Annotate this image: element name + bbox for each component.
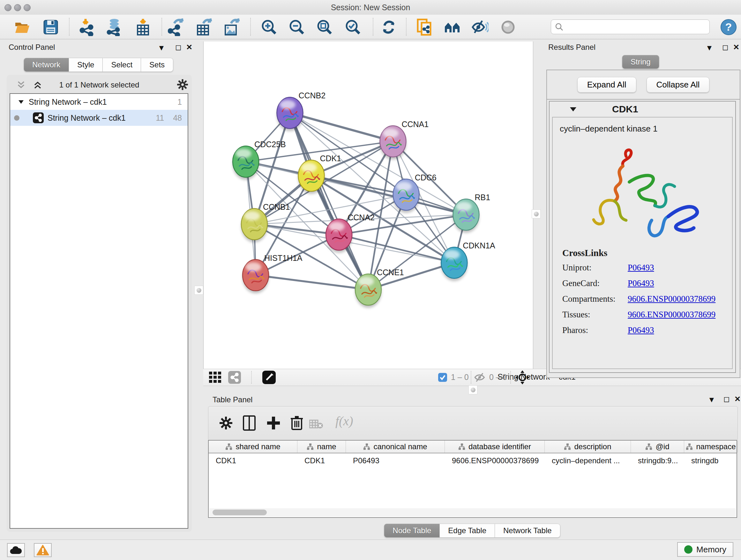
apply-layout-refresh-icon[interactable] — [380, 18, 397, 36]
edge-CCNB2-CCNE1[interactable] — [290, 113, 368, 290]
horizontal-scrollbar[interactable] — [209, 508, 736, 516]
delete-column-icon[interactable] — [291, 415, 303, 431]
panel-close-icon[interactable]: ✕ — [734, 395, 741, 403]
gene-section-header[interactable]: CDK1 — [549, 102, 735, 117]
node-HIST1H1A[interactable]: HIST1H1A — [243, 253, 302, 294]
add-column-icon[interactable] — [266, 416, 280, 430]
open-session-icon[interactable] — [14, 18, 31, 36]
edge-HIST1H1A-CCNE1[interactable] — [256, 275, 368, 290]
node-CCNB1[interactable]: CCNB1 — [241, 202, 290, 242]
tab-select[interactable]: Select — [103, 58, 141, 72]
select-columns-icon[interactable] — [243, 415, 256, 431]
panel-collapse-icon[interactable]: ▼ — [708, 396, 716, 403]
node-CDKN1A[interactable]: CDKN1A — [441, 241, 495, 281]
vertical-splitter-grip[interactable] — [194, 286, 203, 295]
gray-eye-icon[interactable] — [499, 18, 517, 36]
crosslink-link[interactable]: P06493 — [628, 278, 654, 288]
panel-collapse-icon[interactable]: ▼ — [158, 44, 165, 52]
column-header-@id[interactable]: @id — [631, 441, 684, 453]
section-expander-icon[interactable] — [569, 106, 577, 112]
tab-string[interactable]: String — [622, 55, 659, 69]
column-header-namespace[interactable]: namespace — [684, 441, 738, 453]
column-header-database-identifier[interactable]: database identifier — [445, 441, 545, 453]
import-table-file-icon[interactable] — [134, 18, 151, 36]
clone-network-icon[interactable] — [416, 18, 433, 36]
table-cell[interactable]: stringdb:9... — [631, 456, 684, 465]
panel-collapse-icon[interactable]: ▼ — [705, 44, 713, 52]
tab-edge-table[interactable]: Edge Table — [440, 523, 495, 538]
table-cell[interactable]: CDK1 — [297, 456, 346, 465]
crosshair-icon[interactable] — [515, 370, 529, 384]
table-cell[interactable]: P06493 — [346, 456, 445, 465]
cloud-button[interactable] — [7, 543, 25, 557]
hidden-eye-icon[interactable] — [474, 372, 487, 382]
toolbar-separator — [251, 371, 252, 384]
node-label-CCNB1: CCNB1 — [263, 202, 290, 211]
search-input[interactable] — [563, 22, 710, 32]
share-view-icon[interactable] — [228, 371, 241, 384]
node-CDK1[interactable]: CDK1 — [298, 154, 341, 194]
table-cell[interactable]: cyclin–dependent ... — [545, 456, 631, 465]
tree-expander-icon[interactable] — [18, 99, 24, 105]
zoom-fit-icon[interactable] — [316, 18, 333, 36]
string-results-box: Expand All Collapse All CDK1 cyclin–depe… — [546, 70, 740, 378]
houses-icon[interactable] — [444, 18, 461, 36]
search-field[interactable] — [551, 19, 710, 34]
help-icon[interactable]: ? — [720, 18, 737, 36]
warning-button[interactable] — [34, 543, 52, 557]
panel-float-icon[interactable]: ◻ — [175, 44, 182, 51]
zoom-out-icon[interactable] — [288, 18, 306, 36]
network-tree-child-row[interactable]: String Network – cdk1 11 48 — [10, 110, 188, 126]
column-header-name[interactable]: name — [297, 441, 346, 453]
node-CCNB2[interactable]: CCNB2 — [277, 91, 326, 131]
tab-node-table[interactable]: Node Table — [384, 523, 440, 538]
crosslink-link[interactable]: 9606.ENSP00000378699 — [628, 310, 716, 320]
scrollbar-thumb[interactable] — [212, 509, 267, 515]
panel-close-icon[interactable]: ✕ — [186, 44, 192, 51]
collection-count: 1 — [178, 98, 182, 107]
birds-eye-view-icon[interactable] — [262, 371, 276, 384]
network-tree-list: String Network – cdk1 1 String Network –… — [10, 93, 188, 529]
tab-sets[interactable]: Sets — [141, 58, 173, 72]
save-session-icon[interactable] — [42, 18, 59, 36]
title-bar: Session: New Session — [0, 0, 741, 15]
table-gear-icon[interactable] — [219, 417, 232, 429]
node-CDC6[interactable]: CDC6 — [393, 173, 436, 213]
hide-eye-icon[interactable] — [471, 18, 488, 36]
export-image-icon[interactable] — [223, 18, 241, 36]
collapse-all-button[interactable]: Collapse All — [647, 77, 710, 92]
tab-style[interactable]: Style — [69, 58, 103, 72]
export-table-icon[interactable] — [196, 18, 213, 36]
network-canvas[interactable]: CCNB2CCNA1CDC25BCDK1CDC6RB1CCNB1CCNA2CDK… — [203, 42, 533, 369]
zoom-selected-icon[interactable] — [344, 18, 361, 36]
grid-view-icon[interactable] — [209, 372, 222, 383]
memory-button[interactable]: Memory — [677, 542, 733, 557]
crosslink-link[interactable]: P06493 — [628, 263, 654, 273]
function-builder-icon: f(x) — [335, 414, 353, 428]
node-CCNE1[interactable]: CCNE1 — [355, 268, 404, 308]
table-cell[interactable]: CDK1 — [209, 456, 297, 465]
table-cell[interactable]: stringdb — [684, 456, 738, 465]
panel-float-icon[interactable]: ◻ — [724, 395, 730, 403]
tab-network[interactable]: Network — [23, 58, 69, 72]
node-RB1[interactable]: RB1 — [453, 193, 490, 233]
selected-checkbox-icon[interactable] — [438, 373, 448, 382]
column-header-shared-name[interactable]: shared name — [209, 441, 297, 453]
expand-all-button[interactable]: Expand All — [577, 77, 636, 92]
table-row[interactable]: CDK1CDK1P064939606.ENSP00000378699cyclin… — [209, 453, 737, 468]
column-header-description[interactable]: description — [545, 441, 631, 453]
panel-float-icon[interactable]: ◻ — [722, 44, 729, 51]
gear-icon[interactable] — [177, 79, 188, 90]
horizontal-splitter-grip[interactable] — [468, 385, 477, 394]
panel-close-icon[interactable]: ✕ — [733, 44, 739, 51]
column-header-canonical-name[interactable]: canonical name — [346, 441, 445, 453]
tab-network-table[interactable]: Network Table — [495, 523, 560, 538]
network-tree-root-row[interactable]: String Network – cdk1 1 — [10, 94, 188, 110]
import-network-database-icon[interactable] — [105, 18, 122, 36]
export-network-icon[interactable] — [168, 18, 185, 36]
zoom-in-icon[interactable] — [260, 18, 278, 36]
crosslink-link[interactable]: 9606.ENSP00000378699 — [628, 294, 716, 304]
table-cell[interactable]: 9606.ENSP00000378699 — [445, 456, 545, 465]
crosslink-link[interactable]: P06493 — [628, 325, 654, 335]
import-network-file-icon[interactable] — [78, 18, 95, 36]
